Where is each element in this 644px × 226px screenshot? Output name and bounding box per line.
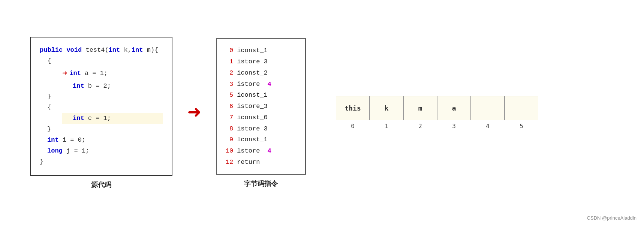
lv-label-1: 1	[370, 123, 403, 130]
code-line-close-main: }	[40, 157, 163, 168]
bc-row-2: 2 iconst_2	[224, 67, 298, 79]
bc-row-1: 1 istore_3	[224, 56, 298, 67]
lv-cell-0: this	[336, 96, 370, 120]
watermark: CSDN @princeAladdin	[587, 215, 637, 221]
bc-row-10: 10 lstore 4	[224, 145, 298, 157]
lv-label-2: 2	[403, 123, 437, 130]
source-code-label: 源代码	[91, 180, 111, 189]
code-line-int-i: int i = 0;	[47, 135, 163, 146]
local-var-table: this k m a 0 1 2 3 4 5	[336, 96, 538, 130]
code-line-close2: }	[47, 124, 163, 135]
kw-void: void	[66, 45, 82, 56]
bytecode-panel: 0 iconst_1 1 istore_3 2 iconst_2 3 istor…	[216, 38, 306, 174]
bc-row-0: 0 iconst_1	[224, 45, 298, 56]
lv-cells-row: this k m a	[336, 96, 538, 120]
code-line-open1: {	[47, 56, 163, 67]
lv-label-4: 4	[471, 123, 505, 130]
bc-row-9: 9 lconst_1	[224, 134, 298, 145]
lv-cell-1: k	[370, 96, 403, 120]
source-code-content: public void test4(int k,int m){ { ➜ int …	[40, 45, 163, 167]
source-code-section: public void test4(int k,int m){ { ➜ int …	[30, 37, 172, 189]
bc-row-3: 3 istore 4	[224, 79, 298, 90]
lv-cell-5	[505, 96, 538, 120]
code-line-long-j: long j = 1;	[47, 146, 163, 157]
lv-label-0: 0	[336, 123, 370, 130]
code-line-int-c: int c = 1;	[62, 113, 163, 124]
lv-label-5: 5	[505, 123, 538, 130]
kw-public: public	[40, 45, 63, 56]
source-code-panel: public void test4(int k,int m){ { ➜ int …	[30, 37, 172, 175]
code-line-open2: {	[47, 102, 163, 113]
code-line-close1: }	[47, 91, 163, 102]
transform-arrow: ➜	[187, 99, 201, 127]
local-var-section: this k m a 0 1 2 3 4 5	[336, 96, 538, 130]
lv-labels-row: 0 1 2 3 4 5	[336, 123, 538, 130]
bc-row-6: 6 istore_3	[224, 101, 298, 112]
code-line-header: public void test4(int k,int m){	[40, 45, 163, 56]
bc-row-8: 8 istore_3	[224, 123, 298, 135]
bytecode-label: 字节码指令	[244, 179, 278, 188]
code-line-int-b: int b = 2;	[62, 81, 163, 92]
bc-row-5: 5 iconst_1	[224, 90, 298, 101]
bytecode-section: 0 iconst_1 1 istore_3 2 iconst_2 3 istor…	[216, 38, 306, 188]
main-container: public void test4(int k,int m){ { ➜ int …	[7, 29, 637, 196]
arrow-indicator: ➜	[62, 67, 67, 81]
bc-row-7: 7 iconst_0	[224, 112, 298, 123]
method-name: test4(	[85, 45, 108, 56]
lv-cell-2: m	[403, 96, 437, 120]
lv-label-3: 3	[437, 123, 471, 130]
lv-cell-3: a	[437, 96, 471, 120]
code-line-int-a: ➜ int a = 1;	[62, 67, 163, 81]
lv-cell-4	[471, 96, 505, 120]
bc-row-12: 12 return	[224, 157, 298, 168]
